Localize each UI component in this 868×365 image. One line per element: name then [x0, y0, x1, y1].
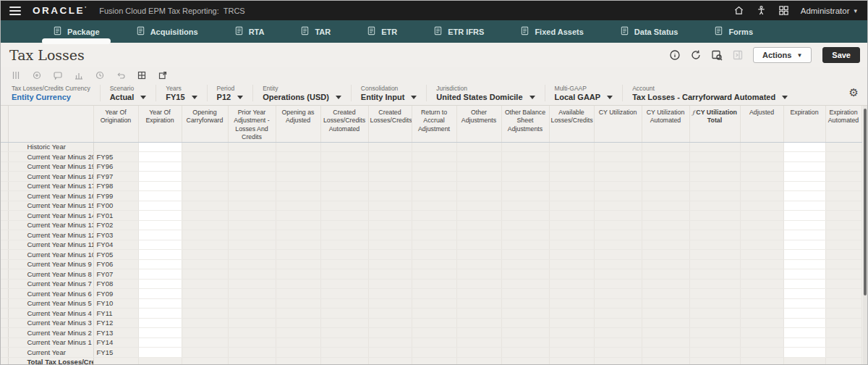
grid-cell[interactable] — [368, 357, 412, 365]
grid-cell[interactable] — [501, 191, 549, 201]
grid-cell[interactable] — [594, 152, 642, 162]
grid-cell[interactable] — [501, 279, 549, 289]
grid-cell[interactable] — [412, 161, 456, 172]
grid-cell[interactable] — [276, 211, 320, 221]
grid-cell[interactable] — [740, 191, 783, 201]
grid-cell[interactable] — [549, 318, 594, 328]
grid-cell[interactable] — [740, 348, 783, 358]
grid-cell[interactable] — [320, 309, 368, 319]
grid-cell[interactable] — [642, 309, 689, 319]
grid-cell[interactable] — [412, 230, 456, 240]
grid-cell[interactable] — [594, 240, 642, 250]
grid-cell[interactable] — [783, 220, 825, 230]
dropdown-arrow-icon[interactable] — [336, 96, 341, 99]
grid-cell[interactable] — [228, 259, 276, 269]
grid-cell[interactable] — [456, 211, 501, 221]
grid-cell[interactable] — [642, 269, 689, 280]
grid-cell[interactable] — [138, 172, 182, 182]
grid-cell[interactable] — [368, 220, 412, 230]
grid-cell[interactable] — [320, 289, 368, 299]
grid-cell[interactable] — [138, 279, 182, 289]
grid-cell[interactable] — [549, 337, 594, 348]
grid-cell[interactable] — [689, 191, 740, 201]
grid-cell[interactable]: FY07 — [93, 269, 138, 280]
grid-cell[interactable] — [412, 328, 456, 338]
grid-cell[interactable] — [276, 201, 320, 211]
dropdown-arrow-icon[interactable] — [782, 96, 788, 99]
grid-cell[interactable]: FY13 — [93, 328, 138, 338]
grid-cell[interactable] — [276, 240, 320, 250]
grid-cell[interactable] — [182, 220, 228, 230]
grid-cell[interactable] — [740, 220, 783, 230]
tab-data-status[interactable]: Data Status — [620, 20, 678, 43]
pov-jurisdiction[interactable]: JurisdictionUnited States Domicile — [426, 85, 544, 101]
grid-cell[interactable]: FY09 — [93, 289, 138, 299]
grid-cell[interactable] — [825, 161, 861, 172]
refresh-icon[interactable] — [690, 49, 702, 61]
grid-cell[interactable]: FY96 — [93, 161, 138, 172]
pov-value[interactable]: Entity Input — [361, 93, 405, 101]
chart-icon[interactable] — [75, 71, 83, 80]
grid-cell[interactable] — [549, 250, 594, 260]
grid-cell[interactable] — [182, 328, 228, 338]
grid-cell[interactable] — [501, 161, 549, 172]
grid-cell[interactable] — [642, 250, 689, 260]
grid-cell[interactable] — [182, 337, 228, 348]
grid-cell[interactable] — [825, 152, 861, 162]
grid-cell[interactable] — [456, 279, 501, 289]
tab-forms[interactable]: Forms — [714, 20, 753, 43]
grid-cell[interactable] — [412, 259, 456, 269]
grid-cell[interactable] — [594, 172, 642, 182]
grid-cell[interactable] — [412, 211, 456, 221]
grid-cell[interactable]: FY99 — [93, 191, 138, 201]
tab-tar[interactable]: TAR — [300, 20, 331, 43]
grid-cell[interactable] — [456, 230, 501, 240]
grid-cell[interactable] — [320, 181, 368, 191]
grid-cell[interactable] — [228, 357, 276, 365]
grid-cell[interactable] — [138, 250, 182, 260]
grid-cell[interactable] — [783, 357, 825, 365]
grid-cell[interactable] — [228, 191, 276, 201]
grid-cell[interactable] — [456, 142, 501, 152]
grid-cell[interactable] — [594, 181, 642, 191]
grid-cell[interactable] — [276, 289, 320, 299]
grid-cell[interactable] — [689, 259, 740, 269]
grid-cell[interactable] — [594, 250, 642, 260]
grid-cell[interactable] — [228, 220, 276, 230]
grid-cell[interactable] — [594, 201, 642, 211]
grid-cell[interactable] — [740, 328, 783, 338]
grid-cell[interactable] — [412, 152, 456, 162]
grid-cell[interactable] — [276, 269, 320, 280]
grid-cell[interactable] — [549, 269, 594, 280]
form-inspect-icon[interactable] — [711, 49, 723, 61]
grid-cell[interactable] — [368, 191, 412, 201]
grid-cell[interactable] — [501, 298, 549, 309]
grid-cell[interactable] — [138, 259, 182, 269]
grid-cell[interactable] — [456, 309, 501, 319]
grid-cell[interactable] — [228, 152, 276, 162]
pov-entity[interactable]: EntityOperations (USD) — [252, 85, 351, 101]
grid-cell[interactable] — [320, 298, 368, 309]
grid-cell[interactable] — [740, 172, 783, 182]
grid-cell[interactable] — [549, 357, 594, 365]
pov-value[interactable]: United States Domicile — [436, 93, 522, 101]
grid-cell[interactable] — [412, 337, 456, 348]
grid-cell[interactable] — [456, 172, 501, 182]
grid-cell[interactable]: FY98 — [93, 181, 138, 191]
grid-cell[interactable] — [825, 357, 861, 365]
actions-button[interactable]: Actions▼ — [753, 47, 812, 63]
scrollbar-thumb[interactable] — [864, 109, 867, 295]
grid-cell[interactable] — [138, 161, 182, 172]
grid-cell[interactable] — [138, 289, 182, 299]
grid-cell[interactable] — [276, 220, 320, 230]
grid-cell[interactable] — [594, 328, 642, 338]
grid-cell[interactable] — [368, 269, 412, 280]
grid-cell[interactable] — [182, 172, 228, 182]
grid-cell[interactable]: FY97 — [93, 172, 138, 182]
grid-cell[interactable] — [740, 337, 783, 348]
grid-cell[interactable] — [783, 318, 825, 328]
grid-cell[interactable] — [501, 181, 549, 191]
grid-cell[interactable] — [320, 259, 368, 269]
grid-cell[interactable] — [642, 211, 689, 221]
grid-cell[interactable] — [138, 240, 182, 250]
